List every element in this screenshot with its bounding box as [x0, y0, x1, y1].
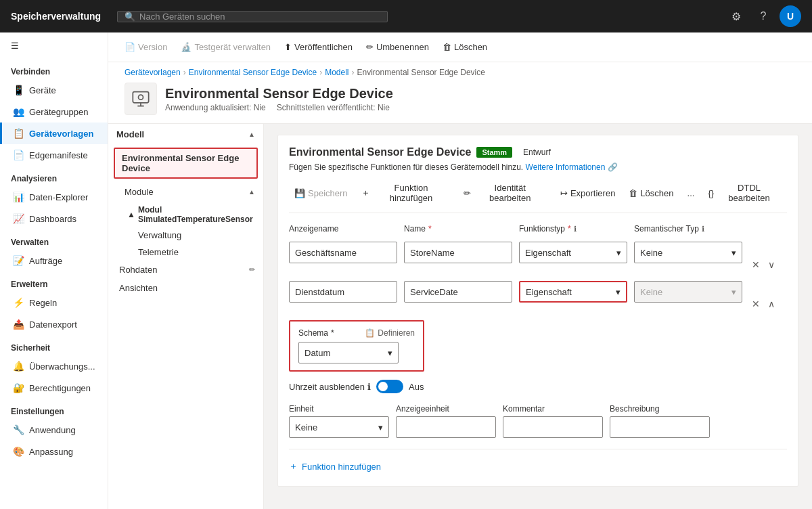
- content-area: 📄 Version 🔬 Testgerät verwalten ⬆ Veröff…: [108, 32, 812, 509]
- hamburger-menu[interactable]: ☰: [0, 32, 108, 59]
- rohdaten-edit-icon: ✏: [249, 265, 255, 274]
- name-input-1[interactable]: [404, 242, 512, 263]
- active-device-item[interactable]: Environmental Sensor Edge Device: [115, 149, 256, 177]
- breadcrumb: Gerätevorlagen › Environmental Sensor Ed…: [125, 68, 796, 77]
- help-icon[interactable]: ?: [752, 5, 774, 27]
- sidebar-item-edgemanifeste[interactable]: 📄 Edgemanifeste: [0, 144, 108, 166]
- breadcrumb-device1[interactable]: Environmental Sensor Edge Device: [189, 68, 317, 77]
- sidebar-item-anwendung[interactable]: 🔧 Anwendung: [0, 419, 108, 441]
- sidebar-item-geraetevorlagen[interactable]: 📋 Gerätevorlagen: [0, 123, 108, 144]
- page-meta: Anwendung aktualisiert: Nie Schnittstell…: [165, 103, 393, 112]
- einheit-group: Einheit Keine ▾: [289, 404, 389, 438]
- identitaet-bearbeiten-button[interactable]: ✏ Identität bearbeiten: [458, 180, 552, 206]
- rohdaten-item[interactable]: Rohdaten ✏: [108, 261, 263, 279]
- verwaltung-item[interactable]: Verwaltung: [108, 227, 263, 244]
- publish-icon: ⬆: [284, 42, 292, 52]
- sidebar-item-auftraege[interactable]: 📝 Aufträge: [0, 250, 108, 271]
- search-input[interactable]: [139, 12, 380, 22]
- avatar[interactable]: U: [780, 5, 801, 27]
- semantisch-select-2[interactable]: Keine ▾: [634, 281, 742, 303]
- sicherheit-section: Sicherheit: [0, 335, 108, 355]
- sidebar-item-ueberwachung[interactable]: 🔔 Überwachungs...: [0, 355, 108, 377]
- uhrzeit-toggle[interactable]: [376, 380, 403, 393]
- more-button[interactable]: ...: [682, 185, 700, 201]
- funktion-hinzufuegen-toolbar-button[interactable]: ＋ Funktion hinzufügen: [356, 180, 455, 206]
- modell-chevron: ▲: [248, 131, 255, 138]
- add-function-icon: ＋: [289, 460, 298, 472]
- exportieren-button[interactable]: ↦ Exportieren: [555, 185, 621, 201]
- modell-section-header[interactable]: Modell ▲: [108, 124, 263, 145]
- telemetrie-item[interactable]: Telemetrie: [108, 244, 263, 261]
- add-function-bottom-button[interactable]: ＋ Funktion hinzufügen: [289, 458, 381, 475]
- module-chevron: ▲: [248, 188, 255, 196]
- kommentar-group: Kommentar: [503, 404, 603, 438]
- sidebar-item-regeln[interactable]: ⚡ Regeln: [0, 292, 108, 313]
- devices-icon: 📱: [13, 85, 24, 95]
- semantisch-field-2: Keine ▾: [634, 281, 742, 303]
- dtdl-button[interactable]: {} DTDL bearbeiten: [702, 180, 787, 206]
- row2-collapse-button[interactable]: ∧: [765, 296, 777, 312]
- dashboard-icon: 📈: [13, 213, 24, 224]
- semantisch-info-icon[interactable]: ℹ: [702, 225, 704, 234]
- einheit-select[interactable]: Keine ▾: [289, 416, 389, 438]
- beschreibung-input[interactable]: [610, 416, 710, 438]
- semantisch-header: Semantischer Typ ℹ: [634, 224, 742, 234]
- name-input-2[interactable]: [404, 281, 512, 303]
- row1-expand-button[interactable]: ∨: [765, 257, 777, 273]
- entwurf-badge[interactable]: Entwurf: [518, 146, 556, 158]
- groups-icon: 👥: [13, 106, 24, 117]
- version-button[interactable]: 📄 Version: [119, 39, 173, 55]
- anzeigeeinheit-input[interactable]: [396, 416, 496, 438]
- semantisch-field-1: Keine ▾: [634, 242, 742, 263]
- card-title: Environmental Sensor Edge Device: [289, 146, 471, 158]
- kommentar-input[interactable]: [503, 416, 603, 438]
- toggle-info-icon[interactable]: ℹ: [367, 382, 371, 392]
- toggle-label: Uhrzeit ausblenden ℹ: [289, 382, 371, 392]
- speichern-button[interactable]: 💾 Speichern: [289, 185, 353, 201]
- schema-definieren-button[interactable]: 📋 Definieren: [365, 328, 415, 338]
- row1-actions: ✕ ∨: [749, 257, 777, 273]
- name-field-2: [404, 281, 512, 303]
- anzeigename-header: Anzeigename: [289, 224, 397, 234]
- sidebar-item-geraete[interactable]: 📱 Geräte: [0, 79, 108, 101]
- form-row-1: Eigenschaft ▾ Keine ▾ ✕ ∨: [289, 242, 787, 273]
- content-card: Environmental Sensor Edge Device Stamm E…: [277, 135, 798, 487]
- rename-icon: ✏: [366, 42, 374, 52]
- ansichten-item[interactable]: Ansichten: [108, 279, 263, 297]
- row2-delete-button[interactable]: ✕: [749, 296, 763, 312]
- beschreibung-label: Beschreibung: [610, 404, 710, 414]
- row1-delete-button[interactable]: ✕: [749, 257, 763, 273]
- schema-select[interactable]: Datum ▾: [298, 342, 399, 363]
- settings-icon[interactable]: ⚙: [725, 5, 747, 27]
- anzeigename-input-2[interactable]: [289, 281, 397, 303]
- toggle-knob: [378, 382, 388, 391]
- veroeffentlichen-button[interactable]: ⬆ Veröffentlichen: [279, 39, 358, 55]
- sidebar-item-anpassung[interactable]: 🎨 Anpassung: [0, 441, 108, 462]
- sidebar-item-berechtigungen[interactable]: 🔐 Berechtigungen: [0, 377, 108, 399]
- sidebar-item-dashboards[interactable]: 📈 Dashboards: [0, 208, 108, 229]
- explorer-icon: 📊: [13, 192, 24, 202]
- anzeigename-input-1[interactable]: [289, 242, 397, 263]
- funktionstyp-info-icon[interactable]: ℹ: [574, 225, 577, 234]
- sidebar-item-geraetegruppen[interactable]: 👥 Gerätegruppen: [0, 101, 108, 123]
- breadcrumb-geraetevorlagen[interactable]: Gerätevorlagen: [125, 68, 181, 77]
- testgeraet-button[interactable]: 🔬 Testgerät verwalten: [175, 39, 276, 55]
- row2-actions: ✕ ∧: [749, 296, 777, 312]
- loeschen-card-button[interactable]: 🗑 Löschen: [623, 185, 679, 201]
- modul-simulated-header[interactable]: ▲ Modul SimulatedTemperatureSensor: [108, 202, 263, 227]
- loeschen-cmd-button[interactable]: 🗑 Löschen: [437, 39, 493, 55]
- sidebar-item-daten-explorer[interactable]: 📊 Daten-Explorer: [0, 186, 108, 208]
- topbar-icons: ⚙ ? U: [725, 5, 801, 27]
- verbinden-section: Verbinden: [0, 59, 108, 79]
- module-section-header[interactable]: Module ▲: [108, 181, 263, 202]
- umbenennen-button[interactable]: ✏ Umbenennen: [361, 39, 434, 55]
- erweitern-section: Erweitern: [0, 271, 108, 292]
- funktionstyp-select-2[interactable]: Eigenschaft ▾: [519, 281, 627, 303]
- weitere-info-link[interactable]: Weitere Informationen 🔗: [526, 162, 618, 172]
- semantisch-select-1[interactable]: Keine ▾: [634, 242, 742, 263]
- breadcrumb-modell[interactable]: Modell: [325, 68, 348, 77]
- sidebar-item-datenexport[interactable]: 📤 Datenexport: [0, 313, 108, 335]
- search-bar[interactable]: 🔍: [117, 11, 388, 22]
- funktionstyp-select-1[interactable]: Eigenschaft ▾: [519, 242, 627, 263]
- kommentar-label: Kommentar: [503, 404, 603, 414]
